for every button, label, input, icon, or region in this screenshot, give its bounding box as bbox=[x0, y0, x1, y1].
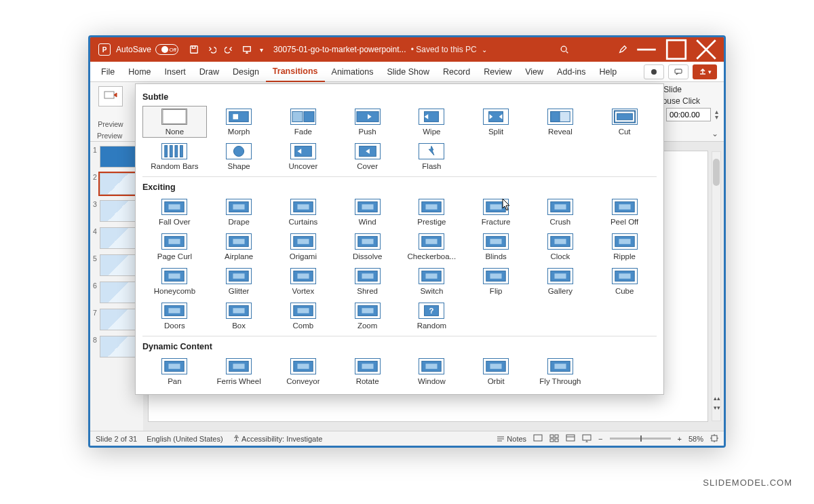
transitions-gallery[interactable]: SubtleNoneMorphFadePushWipeSplitRevealCu… bbox=[135, 83, 664, 395]
tab-animations[interactable]: Animations bbox=[325, 62, 381, 82]
slide-thumbnail[interactable] bbox=[100, 173, 136, 195]
slideshow-view-button[interactable] bbox=[582, 434, 592, 444]
transition-option[interactable]: Shred bbox=[335, 265, 400, 297]
transition-option[interactable]: Fly Through bbox=[528, 355, 593, 387]
tab-home[interactable]: Home bbox=[121, 62, 157, 82]
after-time-input[interactable] bbox=[666, 108, 711, 121]
slide-thumbnail[interactable] bbox=[100, 254, 136, 276]
slide-thumbnail[interactable] bbox=[100, 282, 136, 303]
transition-option[interactable]: Cover bbox=[335, 140, 400, 172]
comments-button[interactable] bbox=[668, 64, 689, 79]
slide-thumbnail[interactable] bbox=[100, 146, 136, 168]
transition-option[interactable]: Doors bbox=[142, 300, 207, 332]
transition-option[interactable]: Page Curl bbox=[142, 231, 207, 263]
transition-option[interactable]: Wipe bbox=[400, 106, 464, 138]
redo-button[interactable] bbox=[220, 37, 238, 62]
transition-option[interactable]: Box bbox=[207, 300, 271, 332]
transition-option[interactable]: Clock bbox=[528, 231, 593, 263]
transition-option[interactable]: Glitter bbox=[207, 265, 271, 297]
transition-option[interactable]: Pan bbox=[142, 355, 207, 387]
transition-option[interactable]: Drape bbox=[207, 196, 271, 228]
transition-option[interactable]: Prestige bbox=[400, 196, 464, 228]
zoom-slider[interactable] bbox=[610, 438, 671, 440]
preview-button[interactable] bbox=[98, 86, 123, 106]
tab-file[interactable]: File bbox=[94, 62, 121, 82]
transition-option[interactable]: Gallery bbox=[528, 265, 593, 297]
reading-view-button[interactable] bbox=[566, 434, 575, 444]
accessibility-status[interactable]: Accessibility: Investigate bbox=[233, 435, 323, 443]
tab-view[interactable]: View bbox=[518, 62, 550, 82]
prev-slide-button[interactable]: ▴▴ bbox=[712, 395, 722, 402]
zoom-in-button[interactable]: + bbox=[678, 435, 682, 443]
transition-option[interactable]: Peel Off bbox=[592, 196, 657, 228]
transition-option[interactable]: Reveal bbox=[528, 106, 593, 138]
transition-option[interactable]: ?Random bbox=[400, 300, 464, 332]
tab-slide-show[interactable]: Slide Show bbox=[380, 62, 436, 82]
scrollbar-thumb[interactable] bbox=[713, 159, 720, 186]
after-time-down[interactable]: ▾ bbox=[715, 115, 718, 120]
transition-option[interactable]: Crush bbox=[528, 196, 593, 228]
transition-option[interactable]: Fracture bbox=[464, 196, 528, 228]
normal-view-button[interactable] bbox=[533, 434, 543, 444]
transition-option[interactable]: Window bbox=[400, 355, 464, 387]
tab-draw[interactable]: Draw bbox=[193, 62, 226, 82]
transition-option[interactable]: Morph bbox=[207, 106, 271, 138]
vertical-scrollbar[interactable]: ▴▴ ▾▾ bbox=[712, 151, 721, 421]
tab-design[interactable]: Design bbox=[226, 62, 266, 82]
slide-thumbnail[interactable] bbox=[100, 200, 136, 222]
transition-option[interactable]: Flash bbox=[400, 140, 464, 172]
transition-option[interactable]: Random Bars bbox=[142, 140, 207, 172]
transition-option[interactable]: Fade bbox=[271, 106, 336, 138]
save-button[interactable] bbox=[185, 37, 203, 62]
search-button[interactable] bbox=[556, 37, 573, 62]
transition-option[interactable]: Curtains bbox=[271, 196, 336, 228]
slide-thumbnail[interactable] bbox=[100, 309, 136, 330]
transition-option[interactable]: Rotate bbox=[335, 355, 400, 387]
transition-option[interactable]: Split bbox=[464, 106, 528, 138]
tab-transitions[interactable]: Transitions bbox=[266, 62, 325, 82]
transition-option[interactable]: Push bbox=[335, 106, 400, 138]
transition-option[interactable]: Shape bbox=[207, 140, 271, 172]
fit-to-window-button[interactable] bbox=[710, 434, 718, 444]
share-button[interactable]: ▾ bbox=[693, 64, 717, 79]
camera-record-button[interactable] bbox=[644, 64, 664, 79]
slide-sorter-view-button[interactable] bbox=[549, 434, 559, 444]
tab-addins[interactable]: Add-ins bbox=[550, 62, 592, 82]
transition-option[interactable]: Cut bbox=[592, 106, 657, 138]
transition-option[interactable]: Comb bbox=[271, 300, 336, 332]
transition-option[interactable]: Airplane bbox=[207, 231, 271, 263]
slide-thumbnail[interactable] bbox=[100, 227, 136, 249]
transition-option[interactable]: None bbox=[142, 106, 207, 138]
next-slide-button[interactable]: ▾▾ bbox=[712, 404, 722, 411]
transition-option[interactable]: Wind bbox=[335, 196, 400, 228]
transition-option[interactable]: Uncover bbox=[271, 140, 336, 172]
transition-option[interactable]: Flip bbox=[464, 265, 528, 297]
present-from-start-button[interactable] bbox=[238, 37, 256, 62]
transition-option[interactable]: Fall Over bbox=[142, 196, 207, 228]
window-maximize-button[interactable] bbox=[661, 37, 691, 62]
transition-option[interactable]: Ferris Wheel bbox=[207, 355, 271, 387]
transition-option[interactable]: Dissolve bbox=[335, 231, 400, 263]
transition-option[interactable]: Ripple bbox=[592, 231, 657, 263]
window-minimize-button[interactable] bbox=[632, 37, 661, 62]
qat-overflow-button[interactable]: ▾ bbox=[256, 37, 267, 62]
edit-pen-button[interactable] bbox=[614, 37, 632, 62]
transition-option[interactable]: Blinds bbox=[464, 231, 528, 263]
window-close-button[interactable] bbox=[691, 37, 721, 62]
transition-option[interactable]: Checkerboa... bbox=[400, 231, 464, 263]
transition-option[interactable]: Vortex bbox=[271, 265, 336, 297]
ribbon-collapse-button[interactable]: ⌄ bbox=[712, 129, 718, 138]
tab-insert[interactable]: Insert bbox=[158, 62, 193, 82]
zoom-out-button[interactable]: − bbox=[598, 435, 602, 443]
transition-option[interactable]: Honeycomb bbox=[142, 265, 207, 297]
transition-option[interactable]: Switch bbox=[400, 265, 464, 297]
transition-option[interactable]: Conveyor bbox=[271, 355, 336, 387]
transition-option[interactable]: Cube bbox=[592, 265, 657, 297]
tab-help[interactable]: Help bbox=[593, 62, 624, 82]
slide-thumbnail[interactable] bbox=[100, 336, 136, 357]
transition-option[interactable]: Orbit bbox=[464, 355, 528, 387]
tab-record[interactable]: Record bbox=[436, 62, 477, 82]
notes-button[interactable]: Notes bbox=[497, 435, 526, 443]
autosave-toggle[interactable]: Off bbox=[155, 44, 178, 55]
undo-button[interactable] bbox=[203, 37, 220, 62]
